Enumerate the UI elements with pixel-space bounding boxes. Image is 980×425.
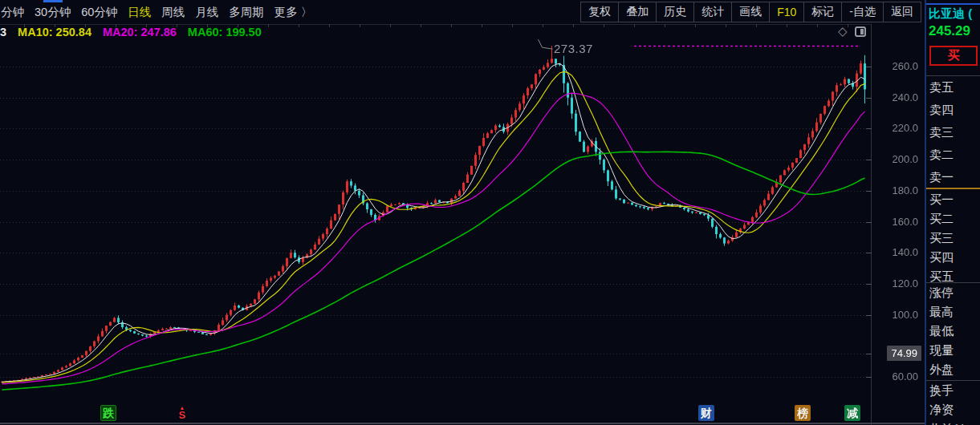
buy-3-row[interactable]: 买三 <box>926 229 980 248</box>
buy-1-row[interactable]: 买一 <box>926 190 980 209</box>
price-axis-labels: 260.0240.0220.0200.0180.0160.0140.0120.0… <box>872 0 921 425</box>
stock-name: 比亚迪 ( <box>929 6 972 22</box>
axis-label: 100.0 <box>892 309 918 321</box>
bottom-edge <box>0 423 925 424</box>
high-label: 最高 <box>926 302 980 322</box>
sell-5-row[interactable]: 卖五 <box>926 76 980 99</box>
limit-up-label: 涨停 <box>926 283 980 302</box>
axis-tick <box>866 128 872 129</box>
axis-tick <box>866 253 872 253</box>
axis-tick <box>866 191 872 192</box>
signal-label: S <box>179 411 186 420</box>
misc-stats-group: 换手 净资 收益(-) <box>926 380 980 425</box>
toolbar-f10-button[interactable]: F10 <box>769 2 803 22</box>
stock-chart-window: 分钟 30分钟 60分钟 日线 周线 月线 多周期 更多 〉 复权 叠加 历史 … <box>0 0 980 425</box>
axis-tick <box>866 222 872 223</box>
buy-2-row[interactable]: 买二 <box>926 209 980 229</box>
buy-button[interactable]: 买 <box>929 46 978 66</box>
axis-label: 160.0 <box>892 216 918 228</box>
axis-tick <box>866 67 872 67</box>
axis-label: 60.00 <box>892 370 918 382</box>
toolbar-draw-line-button[interactable]: 画线 <box>731 2 769 22</box>
buy-levels-group: 买一 买二 买三 买四 买五 <box>926 188 980 286</box>
tab-daily[interactable]: 日线 <box>128 5 151 20</box>
panel-top-accent <box>926 3 980 5</box>
axis-label-highlighted: 74.99 <box>887 346 921 361</box>
net-assets-label: 净资 <box>926 400 980 419</box>
stock-price: 245.29 <box>929 23 970 39</box>
sell-2-row[interactable]: 卖二 <box>926 144 980 166</box>
axis-label: 260.0 <box>892 60 918 72</box>
toolbar-adjust-rights-button[interactable]: 复权 <box>581 2 618 22</box>
axis-tick <box>866 284 872 285</box>
sell-levels-group: 卖五 卖四 卖三 卖二 卖一 <box>926 75 980 188</box>
toolbar-statistics-button[interactable]: 统计 <box>693 2 731 22</box>
event-marker-减[interactable]: 减 <box>844 405 860 421</box>
tab-minute[interactable]: 分钟 <box>1 5 24 20</box>
axis-label: 240.0 <box>892 91 918 103</box>
toolbar-mark-button[interactable]: 标记 <box>803 2 841 22</box>
tab-30min[interactable]: 30分钟 <box>35 5 71 20</box>
toolbar-history-button[interactable]: 历史 <box>656 2 693 22</box>
event-marker-S[interactable]: ▲S <box>174 405 190 421</box>
axis-tick <box>866 98 872 99</box>
stats-group: 涨停 最高 最低 现量 外盘 <box>926 282 980 379</box>
quote-panel: 比亚迪 ( 245.29 买 卖五 卖四 卖三 卖二 卖一 买一 买二 买三 买… <box>925 0 980 425</box>
axis-tick <box>866 315 872 316</box>
toolbar-overlay-button[interactable]: 叠加 <box>618 2 656 22</box>
earnings-label: 收益(-) <box>926 419 980 425</box>
axis-label: 180.0 <box>892 184 918 196</box>
candlestick-chart[interactable] <box>0 24 871 425</box>
tab-weekly[interactable]: 周线 <box>161 5 185 20</box>
sell-4-row[interactable]: 卖四 <box>926 99 980 121</box>
axis-tick <box>866 354 872 354</box>
axis-tick <box>866 160 872 160</box>
sell-3-row[interactable]: 卖三 <box>926 121 980 144</box>
event-marker-榜[interactable]: 榜 <box>795 405 811 421</box>
axis-label: 120.0 <box>892 277 918 289</box>
current-volume-label: 现量 <box>926 341 980 360</box>
outer-volume-label: 外盘 <box>926 360 980 379</box>
buy-4-row[interactable]: 买四 <box>926 248 980 267</box>
axis-label: 220.0 <box>892 122 918 134</box>
peak-price-annotation: 273.37 <box>554 42 593 55</box>
tab-more[interactable]: 更多 〉 <box>274 5 313 20</box>
event-marker-跌[interactable]: 跌 <box>100 405 116 421</box>
axis-tick <box>866 377 872 378</box>
tab-monthly[interactable]: 月线 <box>195 5 218 20</box>
tab-60min[interactable]: 60分钟 <box>81 5 117 20</box>
price-axis-line <box>871 24 872 425</box>
tab-multi-period[interactable]: 多周期 <box>229 5 264 20</box>
period-tabs: 分钟 30分钟 60分钟 日线 周线 月线 多周期 更多 〉 <box>0 0 312 24</box>
low-label: 最低 <box>926 322 980 341</box>
event-marker-财[interactable]: 财 <box>698 405 714 421</box>
axis-label: 140.0 <box>892 246 918 258</box>
chart-toolbar: 复权 叠加 历史 统计 画线 F10 标记 -自选 返回 <box>580 2 921 22</box>
turnover-label: 换手 <box>926 381 980 400</box>
sell-1-row[interactable]: 卖一 <box>926 166 980 188</box>
axis-label: 200.0 <box>892 153 918 165</box>
